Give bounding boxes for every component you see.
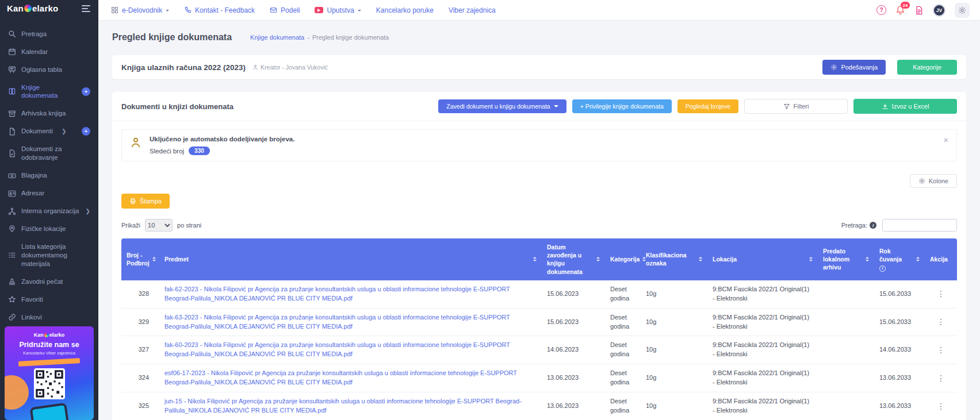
document-link[interactable]: fak-60-2023 - Nikola Filipović pr Agenci… <box>164 341 510 357</box>
document-link[interactable]: fak-62-2023 - Nikola Filipović pr Agenci… <box>164 286 510 302</box>
sort-icon[interactable] <box>699 255 702 263</box>
logo[interactable]: Kanelarko <box>7 3 58 13</box>
sidebar-item-favoriti[interactable]: Favoriti <box>0 291 98 309</box>
sort-icon[interactable] <box>152 255 156 263</box>
avatar[interactable]: JV <box>933 4 945 17</box>
sort-icon[interactable] <box>916 255 920 263</box>
sidebar-item-zavodni-pecat[interactable]: Zavodni pečat <box>0 273 98 291</box>
cell-predmet: jun-15 - Nikola Filipović pr Agencija za… <box>159 392 542 420</box>
cell-datum: 15.06.2023 <box>542 309 605 337</box>
export-excel-button[interactable]: Izvoz u Excel <box>853 99 957 114</box>
kebab-menu-icon[interactable]: ⋮ <box>933 288 948 299</box>
cell-oznaka: 10g <box>641 364 707 392</box>
breadcrumb-separator: - <box>307 34 309 41</box>
kebab-menu-icon[interactable]: ⋮ <box>933 344 948 356</box>
phone-icon <box>184 6 192 14</box>
hamburger-menu-icon[interactable] <box>81 3 91 14</box>
col-header-broj-podbroj[interactable]: Broj - Podbroj <box>121 238 159 280</box>
promo-title: Pridružite nam se <box>9 341 89 349</box>
search-label: Pretraga: <box>841 222 867 229</box>
sidebar-item-knjige-dokumenata[interactable]: Knjige dokumenata + <box>0 79 98 105</box>
settings-button[interactable] <box>955 3 970 18</box>
col-header-klasifikaciona-oznaka[interactable]: Klasifikaciona oznaka <box>641 238 707 280</box>
categories-button[interactable]: Kategorije <box>897 60 957 75</box>
notifications-button[interactable]: 24 <box>895 5 905 15</box>
book-privileges-button[interactable]: + Privilegije knjige dokumenata <box>572 99 672 113</box>
cell-broj: 324 <box>121 364 159 392</box>
cell-predmet: fak-62-2023 - Nikola Filipović pr Agenci… <box>159 280 542 309</box>
sidebar-item-lista-kategorija[interactable]: Lista kategorija dokumentarnog materijal… <box>0 238 98 273</box>
document-link[interactable]: fak-63-2023 - Nikola Filipović pr Agenci… <box>164 314 510 330</box>
sort-icon[interactable] <box>866 255 869 263</box>
add-document-button[interactable]: + <box>82 127 90 136</box>
menu-item-uputstva[interactable]: Uputstva <box>315 6 361 14</box>
sidebar-item-oglasna-tabla[interactable]: Oglasna tabla <box>0 61 98 79</box>
book-creator: Kreator - Jovana Vuković <box>252 64 328 71</box>
document-link[interactable]: jun-15 - Nikola Filipović pr Agencija za… <box>164 398 522 414</box>
sort-icon[interactable] <box>809 255 813 263</box>
breadcrumb-link[interactable]: Knjige dokumenata <box>250 34 304 41</box>
qr-code <box>34 368 65 399</box>
viber-promo-banner[interactable]: Kanelarko Pridružite nam se Kancelarko V… <box>5 326 94 420</box>
sort-icon[interactable] <box>596 255 600 263</box>
sidebar-item-dokumenti[interactable]: Dokumenti ❯ + <box>0 122 98 140</box>
col-header-predmet[interactable]: Predmet <box>159 238 542 280</box>
cell-broj: 329 <box>121 309 159 337</box>
sidebar-item-label: Lista kategorija dokumentarnog materijal… <box>21 242 90 268</box>
sidebar-item-label: Pretraga <box>21 30 47 38</box>
sidebar-item-label: Zavodni pečat <box>21 278 63 286</box>
sidebar-item-kalendar[interactable]: Kalendar <box>0 43 98 61</box>
sidebar-item-adresar[interactable]: Adresar <box>0 184 98 202</box>
document-icon[interactable] <box>914 6 924 15</box>
sidebar-item-linkovi[interactable]: Linkovi <box>0 309 98 326</box>
content: Pregled knjige dokumenata Knjige dokumen… <box>98 21 980 420</box>
menu-item-viber-zajednica[interactable]: Viber zajednica <box>449 6 496 14</box>
kebab-menu-icon[interactable]: ⋮ <box>933 400 948 412</box>
menu-item-podeli[interactable]: Podeli <box>270 6 300 14</box>
register-document-button[interactable]: Zavedi dokument u knjigu dokumenata <box>438 99 566 113</box>
chevron-right-icon: ❯ <box>62 128 66 135</box>
settings-button[interactable]: Podešavanja <box>822 60 886 75</box>
kebab-menu-icon[interactable]: ⋮ <box>933 316 948 327</box>
sidebar-item-arhivska-knjiga[interactable]: Arhivska knjiga <box>0 105 98 122</box>
close-icon[interactable]: × <box>943 136 948 144</box>
search-input[interactable] <box>882 219 957 232</box>
sidebar-item-blagajna[interactable]: Blagajna <box>0 167 98 184</box>
view-numbers-button[interactable]: Pogledaj brojeve <box>677 99 738 113</box>
info-icon[interactable]: i <box>870 222 876 229</box>
sidebar-item-dokumenti-za-odobravanje[interactable]: Dokumenti za odobravanje <box>0 140 98 167</box>
banner-text: Uključeno je automatsko dodeljivanje bro… <box>150 136 294 142</box>
add-book-button[interactable]: + <box>82 87 90 96</box>
col-header-lokacija[interactable]: Lokacija <box>707 238 818 280</box>
kebab-menu-icon[interactable]: ⋮ <box>933 372 948 384</box>
menu-item-kontakt-feedback[interactable]: Kontakt - Feedback <box>184 6 255 14</box>
sidebar-item-fizicke-lokacije[interactable]: Fizičke lokacije <box>0 220 98 238</box>
help-icon[interactable]: ? <box>876 5 886 15</box>
columns-button[interactable]: Kolone <box>910 174 957 188</box>
book-title: Knjiga ulaznih računa 2022 (2023) <box>121 63 246 72</box>
col-header-datum[interactable]: Datum zavođenja u knjigu dokumenata <box>542 238 605 280</box>
mail-icon <box>270 6 277 14</box>
info-icon[interactable]: i <box>879 265 886 272</box>
col-header-predato-arhivu[interactable]: Predato lokalnom arhivu <box>818 238 874 280</box>
cell-predato <box>818 364 874 392</box>
sort-icon[interactable] <box>533 255 537 263</box>
document-link[interactable]: esf06-17-2023 - Nikola Filipović pr Agen… <box>164 369 517 386</box>
col-header-kategorija[interactable]: Kategorija <box>605 238 641 280</box>
cell-kategorija: Deset godina <box>605 364 641 392</box>
table-row: 329 fak-63-2023 - Nikola Filipović pr Ag… <box>121 309 957 337</box>
book-icon <box>8 87 16 95</box>
col-header-rok-cuvanja[interactable]: Rok čuvanjai <box>874 238 925 280</box>
menu-item-kancelarko-poruke[interactable]: Kancelarko poruke <box>376 6 434 14</box>
book-header-card: Knjiga ulaznih računa 2022 (2023) Kreato… <box>112 55 966 79</box>
print-button[interactable]: Štampa <box>121 194 170 209</box>
page-size-select[interactable]: 10 <box>145 219 173 232</box>
cell-predato <box>818 336 874 364</box>
filters-button[interactable]: Filteri <box>744 99 848 114</box>
cell-predmet: fak-60-2023 - Nikola Filipović pr Agenci… <box>159 336 542 364</box>
grid-icon <box>111 6 118 14</box>
chevron-down-icon <box>554 105 558 110</box>
sidebar-item-pretraga[interactable]: Pretraga <box>0 25 98 43</box>
menu-item-e-delovodnik[interactable]: e-Delovodnik <box>111 6 169 14</box>
sidebar-item-interna-organizacija[interactable]: Interna organizacija ❯ <box>0 202 98 220</box>
